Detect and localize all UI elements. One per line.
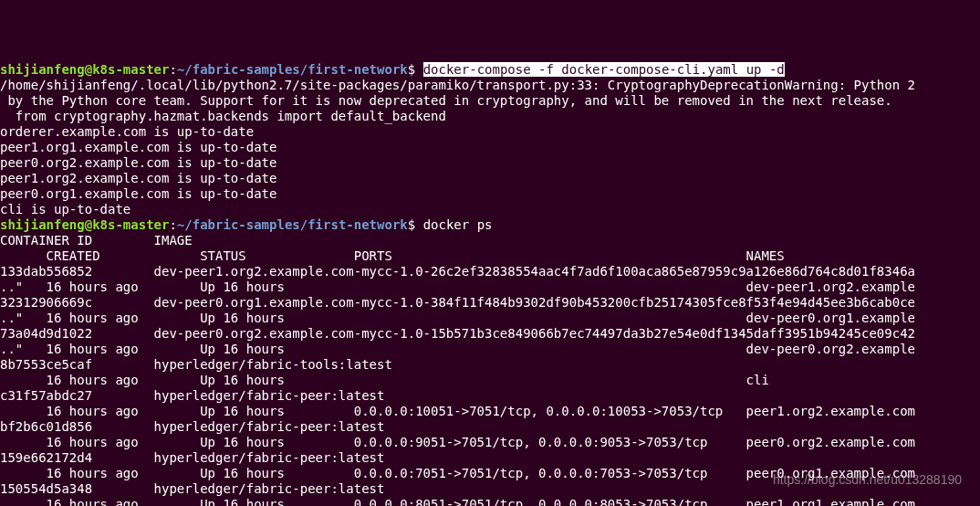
- table-row: 133dab556852 dev-peer1.org2.example.com-…: [0, 264, 915, 279]
- table-row: 16 hours ago Up 16 hours 0.0.0.0:9051->7…: [0, 435, 915, 449]
- table-row: 32312906669c dev-peer0.org1.example.com-…: [0, 295, 915, 310]
- table-row: c31f57abdc27 hyperledger/fabric-peer:lat…: [0, 388, 908, 403]
- prompt-at: @: [85, 62, 92, 77]
- prompt-dollar: $: [408, 62, 415, 77]
- up-to-date-line: peer1.org2.example.com is up-to-date: [0, 171, 276, 185]
- table-row: .." 16 hours ago Up 16 hours dev-peer0.o…: [0, 311, 915, 325]
- command-1-highlight: docker-compose -f docker-compose-cli.yam…: [423, 62, 785, 77]
- prompt-path: ~/fabric-samples/first-network: [177, 62, 408, 77]
- warning-line-1: /home/shijianfeng/.local/lib/python2.7/s…: [0, 78, 915, 92]
- command-2: [415, 217, 422, 232]
- up-to-date-line: orderer.example.com is up-to-date: [0, 124, 254, 139]
- terminal[interactable]: shijianfeng@k8s-master:~/fabric-samples/…: [0, 62, 980, 506]
- prompt-line-1: shijianfeng@k8s-master:~/fabric-samples/…: [0, 62, 415, 77]
- warning-line-3: from cryptography.hazmat.backends import…: [0, 109, 446, 123]
- prompt-colon: :: [169, 62, 176, 77]
- table-row: 16 hours ago Up 16 hours cli: [0, 373, 769, 387]
- up-to-date-line: peer0.org2.example.com is up-to-date: [0, 155, 276, 170]
- table-row: 73a04d9d1022 dev-peer0.org2.example.com-…: [0, 326, 915, 341]
- table-row: 16 hours ago Up 16 hours 0.0.0.0:8051->7…: [0, 497, 915, 506]
- prompt-host: k8s-master: [92, 62, 169, 77]
- up-to-date-line: peer1.org1.example.com is up-to-date: [0, 140, 276, 154]
- prompt-line-2: shijianfeng@k8s-master:~/fabric-samples/…: [0, 217, 415, 232]
- table-row: .." 16 hours ago Up 16 hours dev-peer1.o…: [0, 279, 915, 294]
- table-row: .." 16 hours ago Up 16 hours dev-peer0.o…: [0, 342, 915, 356]
- table-row: 159e662172d4 hyperledger/fabric-peer:lat…: [0, 450, 908, 465]
- table-row: 150554d5a348 hyperledger/fabric-peer:lat…: [0, 481, 908, 496]
- up-to-date-line: cli is up-to-date: [0, 202, 130, 216]
- warning-line-2: by the Python core team. Support for it …: [0, 93, 892, 108]
- table-row: bf2b6c01d856 hyperledger/fabric-peer:lat…: [0, 419, 908, 434]
- up-to-date-line: peer0.org1.example.com is up-to-date: [0, 186, 276, 201]
- prompt-user: shijianfeng: [0, 62, 85, 77]
- ps-header-row: CONTAINER ID IMAGE: [0, 233, 980, 248]
- table-row: 16 hours ago Up 16 hours 0.0.0.0:7051->7…: [0, 466, 915, 480]
- table-row: 8b7553ce5caf hyperledger/fabric-tools:la…: [0, 357, 908, 372]
- table-row: 16 hours ago Up 16 hours 0.0.0.0:10051->…: [0, 404, 915, 418]
- ps-header-row: CREATED STATUS PORTS NAMES: [0, 248, 785, 263]
